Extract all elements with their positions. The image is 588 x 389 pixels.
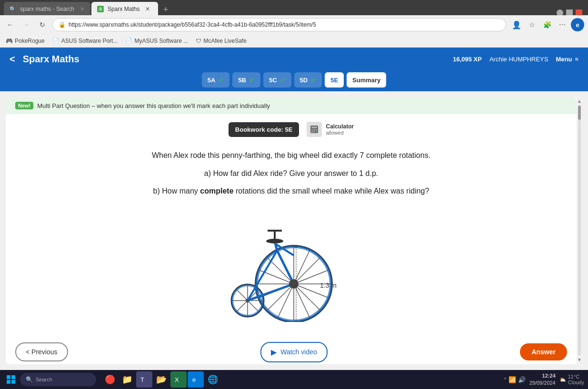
task-tabs: 5A ✓ 5B ✓ 5C ✓ 5D ✓ 5E Summary [0,70,588,91]
scroll-down-button[interactable]: ▼ [577,358,582,362]
back-button[interactable]: ← [4,19,16,31]
search-icon: 🔍 [26,376,33,383]
svg-line-35 [236,301,248,312]
svg-line-36 [248,301,259,312]
weather-temp: 11°C [568,374,584,379]
extensions-button[interactable]: 🧩 [540,18,554,31]
calculator-icon [307,122,322,137]
tab-5D-check: ✓ [310,76,316,84]
svg-rect-53 [7,380,10,384]
bookmarks-bar: 🎮 PokeRogue 📄 ASUS Software Port... 📄 My… [0,34,588,48]
taskbar-app-browser[interactable]: e [188,371,204,388]
menu-button[interactable]: Menu ≡ [556,56,578,63]
svg-text:1.3 m: 1.3 m [320,282,337,289]
tab-5C-check: ✓ [280,76,286,84]
star-button[interactable]: ☆ [525,18,538,31]
bookmark-myasus[interactable]: 📄 MyASUS Software ... [125,38,188,44]
tab-5C-label: 5C [269,77,277,84]
lock-icon: 🔒 [59,21,66,28]
answer-button[interactable]: Answer [520,343,567,360]
search-tab[interactable]: 🔍 sparx maths - Search ✕ [4,2,90,16]
browser-actions: 👤 ☆ 🧩 ⋯ e [510,18,584,31]
tab-summary-label: Summary [352,77,380,84]
svg-line-38 [277,251,294,284]
xp-display: 16,095 XP [453,56,482,63]
scrollbar[interactable]: ▲ ▼ [577,97,582,364]
tab-5B-label: 5B [238,77,246,84]
tab-5A[interactable]: 5A ✓ [202,72,230,88]
taskbar-app-explorer[interactable]: 📁 [119,371,135,388]
taskbar-app-teams[interactable]: T [136,371,152,388]
start-button[interactable] [4,372,18,387]
refresh-button[interactable]: ↻ [36,19,49,31]
url-text: https://www.sparxmaths.uk/student/packag… [69,21,316,28]
bookmark-pokerogue[interactable]: 🎮 PokeRogue [6,38,45,44]
sparx-tab-close[interactable]: ✕ [145,6,150,12]
svg-rect-52 [11,375,15,379]
bottom-bar: < Previous ▶ Watch video Answer [6,337,577,364]
watch-video-button[interactable]: ▶ Watch video [260,342,328,362]
pokerogue-icon: 🎮 [6,38,13,44]
address-bar: ← → ↻ 🔒 https://www.sparxmaths.uk/studen… [0,15,588,34]
new-banner-text: Multi Part Question – when you answer th… [37,102,270,109]
search-tab-favicon: 🔍 [10,6,16,12]
url-bar[interactable]: 🔒 https://www.sparxmaths.uk/student/pack… [52,18,506,31]
hamburger-icon: ≡ [575,56,578,63]
mcafee-icon: 🛡 [196,38,201,44]
taskbar-app-files[interactable]: 📂 [153,371,169,388]
calculator-text: Calculator allowed [326,123,354,136]
sparx-tab[interactable]: S Sparx Maths ✕ [91,2,158,16]
new-badge: New! [15,102,33,109]
question-scroll-area[interactable]: New! Multi Part Question – when you answ… [6,97,577,364]
bookmark-asus[interactable]: 📄 ASUS Software Port... [52,38,118,44]
myasus-icon: 📄 [125,38,132,44]
taskbar-search[interactable]: 🔍 Search [20,373,96,386]
question-line2: a) How far did Alex ride? Give your answ… [25,167,558,180]
header-right: 16,095 XP Archie HUMPHREYS Menu ≡ [453,56,578,63]
system-tray: ^ 📶 🔊 [504,376,526,383]
scroll-thumb[interactable] [578,106,581,120]
taskbar-apps: 🔴 📁 T 📂 X e 🌐 [102,371,221,388]
panel-with-scroll: New! Multi Part Question – when you answ… [6,97,582,364]
question-line3: b) How many complete rotations did the s… [25,185,558,197]
svg-rect-1 [311,126,317,128]
svg-rect-54 [11,380,15,384]
taskbar-app-excel[interactable]: X [170,371,187,388]
tab-5B-check: ✓ [249,76,255,84]
clock[interactable]: 12:24 29/09/2024 [529,372,556,387]
tab-5A-label: 5A [208,77,216,84]
svg-line-15 [294,257,321,284]
tray-arrow[interactable]: ^ [504,377,507,382]
tab-5C[interactable]: 5C ✓ [263,72,291,88]
header-title: Sparx Maths [23,54,80,65]
tab-5B[interactable]: 5B ✓ [232,72,260,88]
content-area: New! Multi Part Question – when you answ… [0,91,588,370]
more-button[interactable]: ⋯ [556,18,569,31]
tray-wifi[interactable]: 📶 [508,376,516,383]
bookwork-code: Bookwork code: 5E [229,122,299,137]
tab-summary[interactable]: Summary [347,72,386,88]
svg-text:e: e [192,376,196,383]
header-back-button[interactable]: < [10,54,15,65]
tab-5E[interactable]: 5E [325,72,344,88]
previous-button[interactable]: < Previous [15,342,68,361]
new-tab-button[interactable]: + [159,3,172,16]
profile-button[interactable]: 👤 [510,18,523,31]
title-bar: 🔍 sparx maths - Search ✕ S Sparx Maths ✕… [0,0,588,15]
taskbar-app-pokemon[interactable]: 🔴 [102,371,118,388]
tray-volume[interactable]: 🔊 [518,376,526,383]
penny-farthing-container: 1.3 m [6,208,577,333]
user-display: Archie HUMPHREYS [489,56,548,63]
search-tab-label: sparx maths - Search [20,6,74,12]
sparx-tab-label: Sparx Maths [108,6,140,12]
bookmark-mcafee[interactable]: 🛡 McAfee LiveSafe [196,38,247,44]
bike-wrapper: 1.3 m [220,217,363,324]
weather-icon: ⛅ [559,377,566,383]
scroll-track [578,106,581,356]
tab-5D[interactable]: 5D ✓ [294,72,322,88]
taskbar-app-globe[interactable]: 🌐 [205,371,221,388]
svg-line-33 [236,289,248,301]
scroll-up-button[interactable]: ▲ [577,99,582,104]
search-tab-close[interactable]: ✕ [80,6,85,12]
forward-button[interactable]: → [20,19,32,31]
